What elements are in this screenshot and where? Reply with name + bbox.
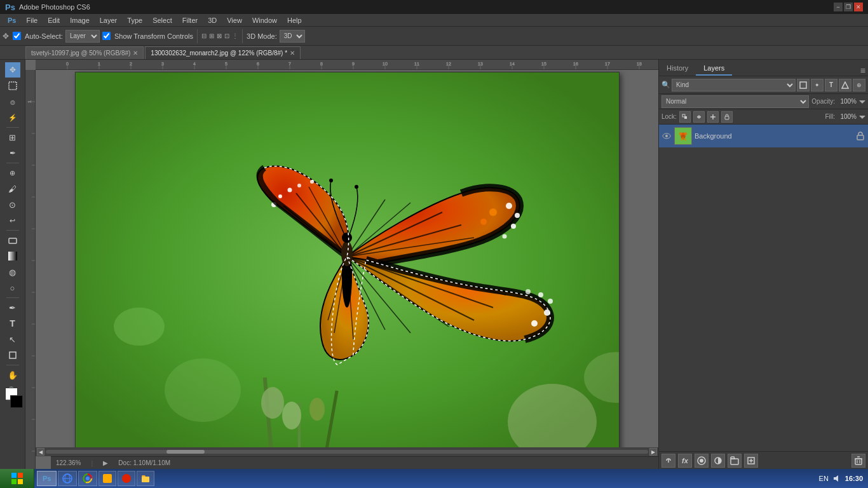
close-btn[interactable]: ✕	[854, 3, 863, 11]
lock-all-btn[interactable]	[721, 111, 733, 123]
new-layer-btn[interactable]	[744, 454, 758, 468]
tab-1-close[interactable]: ✕	[290, 50, 295, 57]
adjustment-filter-btn[interactable]: ✦	[811, 79, 824, 92]
panel-menu-btn[interactable]: ≡	[860, 65, 865, 76]
color-swatch[interactable]	[5, 388, 25, 408]
clone-tool-btn[interactable]: ⊙	[5, 197, 20, 212]
canvas-container	[36, 70, 658, 456]
taskbar-photoshop[interactable]: Ps	[37, 471, 57, 486]
tabs-bar: tsvetyi-10997.jpg @ 50% (RGB/8#) ✕ 13003…	[0, 46, 868, 60]
svg-text:3: 3	[161, 62, 164, 66]
ie-icon	[62, 473, 72, 484]
menu-ps[interactable]: Ps	[3, 15, 21, 25]
ps-icon: Ps	[5, 3, 15, 12]
path-select-btn[interactable]: ↖	[5, 332, 20, 347]
blur-tool-btn[interactable]: ◍	[5, 264, 20, 280]
panel-tab-history[interactable]: History	[659, 62, 696, 76]
foreground-color-swatch[interactable]	[10, 395, 23, 408]
tab-0-close[interactable]: ✕	[133, 50, 138, 57]
move-tool-btn[interactable]: ✥	[5, 62, 20, 78]
eyedropper-tool-btn[interactable]: ✒	[5, 146, 20, 161]
type-filter-btn[interactable]: T	[825, 79, 837, 92]
scroll-track[interactable]	[46, 450, 648, 454]
pixel-filter-btn[interactable]	[797, 79, 810, 92]
quick-select-tool-btn[interactable]: ⚡	[5, 110, 20, 125]
link-layers-btn[interactable]	[661, 454, 675, 468]
taskbar-app-red[interactable]	[118, 471, 135, 486]
layer-lock-icon	[857, 132, 865, 140]
layer-item-background[interactable]: Background	[659, 125, 868, 147]
menu-layer[interactable]: Layer	[95, 15, 123, 25]
type-tool-btn[interactable]: T	[5, 316, 20, 331]
lock-position-btn[interactable]	[707, 111, 719, 123]
history-brush-btn[interactable]: ↩	[5, 213, 20, 228]
delete-layer-btn[interactable]	[851, 454, 865, 468]
menu-select[interactable]: Select	[147, 15, 177, 25]
opacity-label: Opacity:	[811, 98, 835, 105]
ps-taskbar-icon: Ps	[43, 475, 51, 482]
lock-transparent-btn[interactable]	[679, 111, 691, 123]
svg-point-104	[341, 241, 353, 266]
lasso-tool-btn[interactable]: ⌾	[5, 94, 20, 109]
3d-mode-dropdown[interactable]: 3D	[280, 30, 305, 43]
healing-tool-btn[interactable]: ⊕	[5, 165, 20, 180]
auto-select-checkbox[interactable]	[13, 32, 21, 40]
taskbar-app-blue[interactable]	[137, 471, 154, 486]
tab-0-label: tsvetyi-10997.jpg @ 50% (RGB/8#)	[31, 50, 130, 57]
menu-filter[interactable]: Filter	[177, 15, 203, 25]
menu-help[interactable]: Help	[282, 15, 307, 25]
menu-edit[interactable]: Edit	[43, 15, 65, 25]
menu-view[interactable]: View	[222, 15, 247, 25]
horizontal-scrollbar[interactable]: ◀ ▶	[36, 447, 658, 456]
gradient-tool-btn[interactable]	[5, 248, 20, 264]
shape-tool-btn[interactable]	[5, 348, 20, 363]
add-layer-style-btn[interactable]: fx	[678, 454, 692, 468]
blend-mode-dropdown[interactable]: Normal Dissolve Multiply Screen Overlay	[661, 95, 809, 108]
scroll-left-btn[interactable]: ◀	[37, 448, 44, 456]
menu-window[interactable]: Window	[247, 15, 282, 25]
layer-visibility-btn[interactable]	[661, 131, 672, 141]
taskbar-chrome[interactable]	[78, 471, 97, 486]
add-mask-btn[interactable]	[695, 454, 709, 468]
search-icon: 🔍	[661, 81, 670, 89]
minimize-btn[interactable]: −	[834, 3, 843, 11]
crop-tool-btn[interactable]: ⊞	[5, 130, 20, 145]
shape-filter-btn[interactable]	[839, 79, 851, 92]
svg-point-75	[287, 188, 292, 193]
hand-tool-btn[interactable]: ✋	[5, 367, 20, 383]
menu-type[interactable]: Type	[122, 15, 147, 25]
fill-dropdown-icon[interactable]	[859, 114, 865, 120]
show-transform-checkbox[interactable]	[102, 32, 111, 40]
scroll-right-btn[interactable]: ▶	[649, 448, 657, 456]
pen-tool-btn[interactable]: ✒	[5, 300, 20, 315]
brush-tool-btn[interactable]: 🖌	[5, 181, 20, 196]
layer-name-background: Background	[695, 132, 854, 140]
panel-tab-layers[interactable]: Layers	[696, 62, 732, 76]
eraser-tool-btn[interactable]	[5, 233, 20, 248]
lock-image-btn[interactable]	[693, 111, 705, 123]
kind-filter-dropdown[interactable]: Kind Name Effect Mode Attribute Color	[672, 79, 796, 92]
svg-text:5: 5	[225, 62, 227, 66]
svg-text:6: 6	[257, 62, 259, 66]
auto-select-dropdown[interactable]: Layer Group	[65, 30, 100, 43]
marquee-tool-btn[interactable]	[5, 78, 20, 93]
scroll-thumb[interactable]	[166, 450, 205, 454]
svg-point-86	[502, 234, 506, 239]
tab-0[interactable]: tsvetyi-10997.jpg @ 50% (RGB/8#) ✕	[25, 46, 144, 59]
menu-image[interactable]: Image	[65, 15, 95, 25]
menu-3d[interactable]: 3D	[203, 15, 222, 25]
dodge-tool-btn[interactable]: ○	[5, 280, 20, 295]
tab-1[interactable]: 1300302632_monarch2.jpg @ 122% (RGB/8#) …	[145, 46, 301, 59]
menu-file[interactable]: File	[21, 15, 43, 25]
taskbar-ie[interactable]	[58, 471, 77, 486]
status-arrow-btn[interactable]: ▶	[103, 459, 108, 466]
taskbar-app-yellow[interactable]	[98, 471, 116, 486]
volume-icon	[832, 474, 841, 483]
restore-btn[interactable]: ❐	[844, 3, 853, 11]
new-fill-adj-btn[interactable]	[711, 454, 725, 468]
opacity-dropdown-icon[interactable]	[859, 98, 865, 105]
align-left-icon: ⊟	[201, 32, 207, 39]
new-group-btn[interactable]	[728, 454, 742, 468]
smart-filter-btn[interactable]: ⊕	[853, 79, 865, 92]
start-button[interactable]	[0, 469, 34, 488]
